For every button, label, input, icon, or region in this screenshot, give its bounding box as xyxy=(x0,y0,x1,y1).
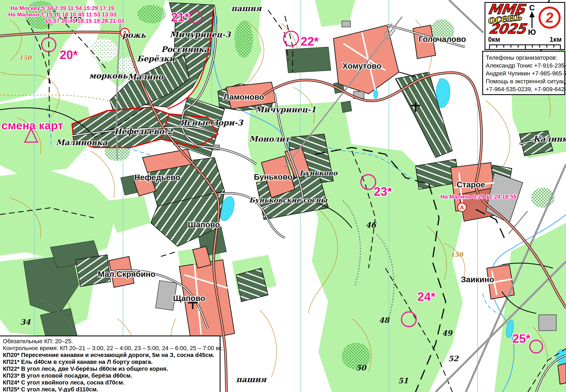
quarter-number-50: 50 xyxy=(356,364,367,372)
place-label-lamonovo: Ламоново xyxy=(223,93,264,101)
phone-org2: Андрей Чупикин +7-985-965-7793 xyxy=(486,69,562,77)
place-label-golochalovo: Голочалово xyxy=(419,35,466,43)
place-label-berezki: Берёзки xyxy=(137,54,176,63)
cp20-label: 20* xyxy=(60,48,78,61)
cp25-label: 25* xyxy=(512,332,530,345)
place-label-kalinka: Калинка xyxy=(533,134,566,143)
schedule-malino2: 15:07 16:45 18:15 19:28 21:03 xyxy=(45,18,124,24)
place-label-morkov: морковь xyxy=(89,71,128,80)
place-label-rossiyanka: Россиянка xyxy=(161,45,209,54)
bus-stop-letter: А xyxy=(460,204,464,210)
legend-cp25: КП25* С угол леса, V-дуб d110см. xyxy=(3,386,217,392)
phones-title: Телефоны организаторов: xyxy=(486,54,562,61)
cp24-label: 24* xyxy=(417,290,435,303)
event-info-panel: ММБ осень 2025 С Ю 2 0км 1км xyxy=(484,2,565,50)
place-label-shapovo: Шапово xyxy=(188,220,220,229)
place-label-bunkovskie-sosny: Буньковские сосны xyxy=(249,196,328,204)
place-label-bunkovo: Буньково xyxy=(254,172,292,181)
phones-emergency-numbers: +7-964-535-0239, +7-909-642-9978 xyxy=(486,85,562,93)
event-logo: ММБ осень 2025 xyxy=(488,3,525,37)
cp22-label: 22* xyxy=(301,35,319,48)
contour-label-150: 150 xyxy=(19,54,32,61)
place-label-nefedevo2: Нефедьево-2 xyxy=(114,127,173,136)
scale-bar-ruler xyxy=(489,44,561,49)
legend-cp24: КП24* С угол хвойного леса, сосна d70см. xyxy=(3,379,217,386)
place-label-yasnye-zori: Ясные Зори-3 xyxy=(180,118,244,127)
compass-arrow-icon xyxy=(531,12,533,28)
place-label-michurinec3: Мичуринец-3 xyxy=(170,30,231,39)
phone-org1: Александр Тонис +7-916-235-8457 xyxy=(486,61,562,69)
quarter-number-51: 51 xyxy=(398,377,408,385)
place-label-bunkovo-snt: Буньково xyxy=(299,169,338,177)
quarter-number-46: 46 xyxy=(366,221,377,229)
place-label-rozh: рожь xyxy=(122,30,146,40)
quarter-number-48: 48 xyxy=(379,316,390,324)
scale-bar-labels: 0км 1км xyxy=(488,36,562,43)
place-label-mal-skryabino: Мал.Скрябино xyxy=(98,270,155,279)
place-label-michurinec1: Мичуринец-1 xyxy=(255,105,316,114)
control-points-legend-panel: Обязательные КП: 20–25. Контрольное врем… xyxy=(0,336,221,392)
place-label-malino: Малино xyxy=(128,72,164,81)
cp23-label: 23* xyxy=(374,185,392,198)
logo-season: осень xyxy=(487,11,522,26)
scale-end-label: 1км xyxy=(550,36,562,43)
contour-label-150b: 150 xyxy=(450,251,463,258)
place-label-malinovka: Малиновка xyxy=(56,138,108,147)
legend-cp22: КП22* В угол леса, две V-берёзы d60см из… xyxy=(3,365,217,372)
topographic-map: А А рожь морковь пашня пашня Мичуринец-3… xyxy=(0,0,566,392)
place-label-schapovo: Щапово xyxy=(173,294,206,303)
legend-cp23: КП23* В угол еловой посадки, берёза d60с… xyxy=(3,372,217,379)
map-number: 2 xyxy=(545,10,554,26)
map-page: А А рожь морковь пашня пашня Мичуринец-3… xyxy=(0,0,566,392)
schedule-malino1: На Малино 7:15 10:18 10:45 11:53 13:03 xyxy=(8,11,116,18)
organizer-phones-panel: Телефоны организаторов: Александр Тонис … xyxy=(482,51,565,95)
legend-mandatory-line: Обязательные КП: 20–25. xyxy=(3,338,217,345)
compass-north-label: С xyxy=(529,4,535,12)
place-label-khomutovo: Хомутово xyxy=(343,61,382,70)
map-change-label: смена карт xyxy=(1,119,63,132)
compass-south-label: Ю xyxy=(528,28,536,36)
map-number-badge: 2 xyxy=(538,7,561,29)
compass-icon: С Ю xyxy=(527,4,537,36)
place-label-pashnya-top: пашня xyxy=(231,4,262,13)
schedule-moscow: На Москву 5:34 7:39 11:54 15:29 17:19 xyxy=(11,5,114,11)
place-label-zaikino: Заикино xyxy=(461,275,494,284)
place-label-nefedevo: Нефедьево xyxy=(134,173,180,182)
place-label-monolit: Монолит xyxy=(249,134,290,143)
place-label-staroe: Старое xyxy=(456,180,485,189)
legend-cp20: КП20* Пересечение канавки и исчезающей д… xyxy=(3,351,217,358)
cp21-label: 21* xyxy=(171,11,189,24)
scale-start-label: 0км xyxy=(488,36,500,43)
quarter-number-49: 49 xyxy=(442,329,453,337)
legend-time-limit-line: Контрольное время: КП 20–21 – 3:00, 22 –… xyxy=(3,345,217,351)
phones-emergency-title: Помощь в экстренной ситуации: xyxy=(486,77,562,85)
quarter-number-52: 52 xyxy=(448,354,459,363)
place-label-pashnya-bot: пашня xyxy=(236,375,267,384)
legend-cp21: КП21* Ель d40см в сухой канаве на Л борт… xyxy=(3,358,217,365)
bus-stop-icon: А xyxy=(458,203,466,212)
quarter-number-34: 34 xyxy=(20,318,31,326)
schedule-staroe: На Малино 9:29 12:24 18:55 xyxy=(441,193,517,200)
